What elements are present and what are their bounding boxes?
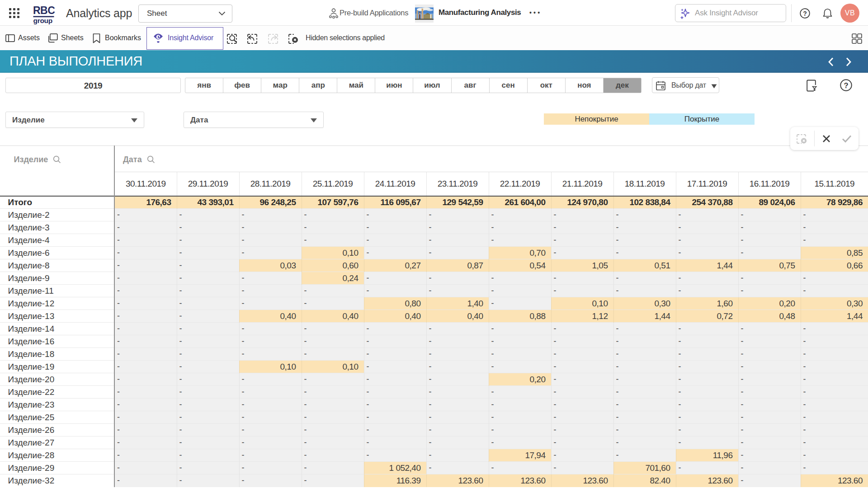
svg-text:group: group — [33, 17, 52, 24]
svg-text:?: ? — [803, 10, 807, 17]
svg-text:?: ? — [844, 81, 848, 89]
svg-text:RBC: RBC — [33, 5, 55, 16]
